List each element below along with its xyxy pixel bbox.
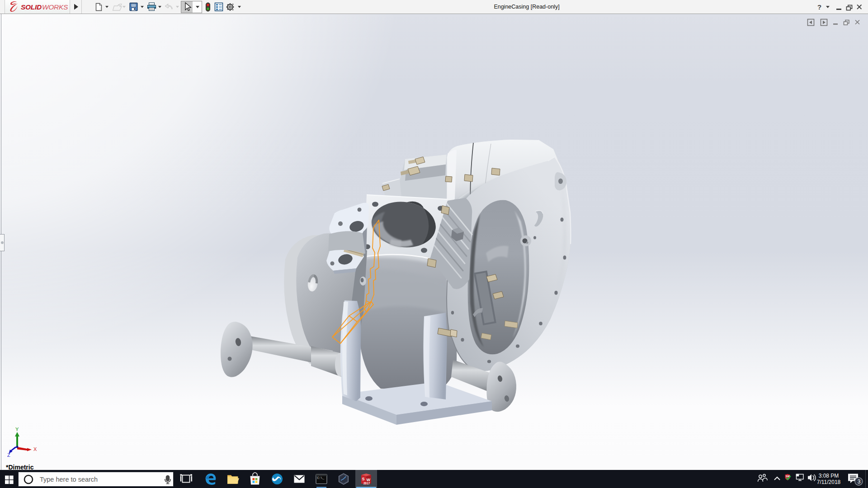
svg-text:2017: 2017 — [363, 482, 370, 485]
svg-text:Y: Y — [15, 427, 19, 432]
svg-text:?: ? — [817, 3, 821, 11]
svg-text:X: X — [33, 446, 37, 452]
svg-text:WORKS: WORKS — [42, 3, 68, 11]
svg-text:S: S — [362, 477, 365, 481]
svg-text:3: 3 — [858, 479, 861, 485]
svg-text:C:\_: C:\_ — [317, 477, 325, 480]
svg-text:SOLID: SOLID — [21, 3, 42, 11]
svg-text:Z: Z — [7, 452, 10, 457]
